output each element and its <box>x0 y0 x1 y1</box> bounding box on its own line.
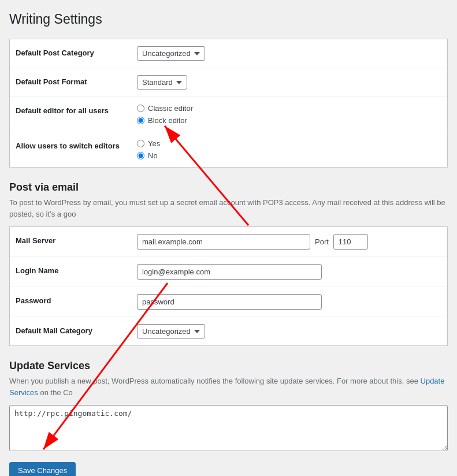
mail-server-label: Mail Server <box>16 234 137 245</box>
port-label: Port <box>315 237 329 246</box>
mail-server-row: Mail Server Port <box>10 227 447 257</box>
password-label: Password <box>16 294 137 305</box>
default-post-category-row: Default Post Category Uncategorized <box>10 39 447 68</box>
default-mail-category-field: Uncategorized <box>137 324 441 339</box>
allow-switch-editors-row: Allow users to switch editors Yes No <box>10 132 447 167</box>
mail-server-field: Port <box>137 234 441 250</box>
password-field <box>137 294 441 310</box>
classic-editor-radio[interactable] <box>137 105 144 112</box>
default-post-format-field: Standard <box>137 75 441 90</box>
default-mail-category-row: Default Mail Category Uncategorized <box>10 317 447 345</box>
update-services-description: When you publish a new post, WordPress a… <box>9 375 448 398</box>
allow-switch-editors-field: Yes No <box>137 139 441 160</box>
switch-editors-radio-group: Yes No <box>137 139 441 160</box>
block-editor-radio[interactable] <box>137 117 144 124</box>
block-editor-radio-label: Block editor <box>148 116 187 125</box>
switch-editors-yes-option[interactable]: Yes <box>137 139 441 148</box>
switch-editors-no-option[interactable]: No <box>137 151 441 160</box>
page-title: Writing Settings <box>9 12 448 27</box>
classic-editor-radio-label: Classic editor <box>148 104 193 113</box>
default-editor-field: Classic editor Block editor <box>137 104 441 125</box>
default-editor-label: Default editor for all users <box>16 104 137 115</box>
save-changes-button[interactable]: Save Changes <box>9 462 76 476</box>
update-services-heading: Update Services <box>9 360 448 372</box>
post-via-email-heading: Post via email <box>9 181 448 194</box>
login-name-input[interactable] <box>137 264 322 280</box>
default-mail-category-label: Default Mail Category <box>16 324 137 335</box>
default-post-format-select[interactable]: Standard <box>137 75 187 90</box>
block-editor-option[interactable]: Block editor <box>137 116 441 125</box>
default-editor-row: Default editor for all users Classic edi… <box>10 97 447 132</box>
mail-server-inputs: Port <box>137 234 441 250</box>
switch-editors-no-label: No <box>148 151 158 160</box>
allow-switch-editors-label: Allow users to switch editors <box>16 139 137 150</box>
default-post-category-select[interactable]: Uncategorized <box>137 46 205 61</box>
password-row: Password <box>10 287 447 317</box>
save-changes-container: Save Changes <box>9 453 448 476</box>
general-settings-section: Default Post Category Uncategorized Defa… <box>9 39 448 168</box>
default-post-category-label: Default Post Category <box>16 46 137 57</box>
default-post-category-field: Uncategorized <box>137 46 441 61</box>
default-post-format-label: Default Post Format <box>16 75 137 86</box>
switch-editors-yes-radio[interactable] <box>137 140 144 147</box>
update-services-textarea[interactable]: http://rpc.pingomatic.com/ <box>9 405 448 451</box>
port-input[interactable] <box>333 234 368 250</box>
switch-editors-yes-label: Yes <box>148 139 160 148</box>
default-mail-category-select[interactable]: Uncategorized <box>137 324 205 339</box>
post-via-email-section: Mail Server Port Login Name Password <box>9 226 448 346</box>
default-post-format-row: Default Post Format Standard <box>10 68 447 97</box>
login-name-label: Login Name <box>16 264 137 275</box>
login-name-field <box>137 264 441 280</box>
post-via-email-description: To post to WordPress by email, you must … <box>9 197 448 220</box>
classic-editor-option[interactable]: Classic editor <box>137 104 441 113</box>
mail-server-input[interactable] <box>137 234 310 250</box>
editor-radio-group: Classic editor Block editor <box>137 104 441 125</box>
password-input[interactable] <box>137 294 322 310</box>
switch-editors-no-radio[interactable] <box>137 152 144 159</box>
login-name-row: Login Name <box>10 257 447 287</box>
